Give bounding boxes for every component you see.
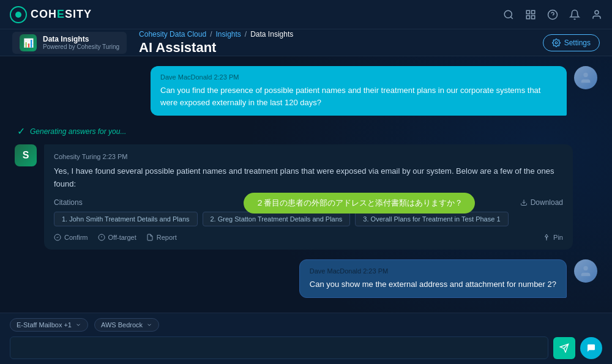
gear-icon — [552, 39, 561, 47]
user-message-2: Dave MacDonald 2:23 PM Can you show me t… — [64, 259, 597, 299]
chevron-down-icon-2 — [146, 322, 152, 328]
pin-button[interactable]: Pin — [543, 234, 563, 241]
user-meta-2: Dave MacDonald 2:23 PM — [310, 267, 556, 275]
check-icon: ✓ — [17, 125, 25, 137]
confirm-icon — [54, 234, 61, 241]
svg-rect-4 — [532, 10, 535, 13]
top-navigation: COHESITY — [0, 0, 612, 29]
page-title: AI Assistant — [139, 40, 293, 56]
svg-rect-6 — [532, 15, 535, 18]
source-label-2: AWS Bedrock — [101, 321, 143, 329]
generating-text: Generating answers for you... — [30, 127, 126, 136]
pin-icon — [543, 234, 550, 241]
action-row: Confirm Off-target Report Pin — [54, 234, 563, 241]
breadcrumb-sep2: / — [245, 30, 247, 39]
generating-row: ✓ Generating answers for you... — [15, 125, 597, 137]
source-select-2[interactable]: AWS Bedrock — [94, 318, 159, 332]
confirm-button[interactable]: Confirm — [54, 234, 88, 241]
svg-point-1 — [15, 12, 21, 18]
chat-input[interactable] — [10, 336, 548, 359]
user-text-2: Can you show me the external address and… — [310, 278, 556, 291]
chevron-down-icon-1 — [75, 322, 81, 328]
bell-icon[interactable] — [569, 9, 580, 20]
citation-1[interactable]: 1. John Smith Treatment Details and Plan… — [54, 212, 198, 226]
avatar-1 — [574, 66, 597, 89]
breadcrumb-sep1: / — [210, 30, 212, 39]
report-icon — [146, 234, 154, 241]
svg-point-11 — [583, 73, 588, 77]
breadcrumb: Cohesity Data Cloud / Insights / Data In… — [139, 30, 293, 39]
off-target-button[interactable]: Off-target — [98, 234, 136, 241]
citations-label: Citations — [54, 198, 83, 207]
download-icon — [520, 199, 528, 206]
avatar-2 — [574, 259, 597, 283]
user-text-1: Can you find the presence of possible pa… — [160, 84, 557, 108]
annotation-bubble: ２番目の患者の外部のアドレスと添付書類はありますか？ — [244, 193, 475, 214]
breadcrumb-bar: 📊 Data Insights Powered by Cohesity Turi… — [0, 29, 612, 56]
confirm-label: Confirm — [64, 234, 88, 241]
chat-bubble-icon — [586, 343, 596, 353]
data-insights-badge: 📊 Data Insights Powered by Cohesity Turi… — [12, 32, 127, 54]
svg-point-9 — [595, 10, 599, 14]
chat-bubble-button[interactable] — [580, 337, 602, 359]
user-bubble-1: Dave MacDonald 2:23 PM Can you find the … — [151, 66, 567, 116]
svg-point-2 — [504, 10, 512, 18]
breadcrumb-link-cloud[interactable]: Cohesity Data Cloud — [139, 30, 206, 39]
help-icon[interactable] — [547, 9, 558, 20]
settings-button[interactable]: Settings — [543, 34, 600, 51]
badge-subtitle: Powered by Cohesity Turing — [43, 43, 119, 50]
search-icon[interactable] — [503, 9, 514, 20]
svg-point-18 — [583, 266, 588, 270]
input-row — [10, 336, 602, 359]
badge-title: Data Insights — [43, 35, 119, 43]
ai-meta: Cohesity Turing 2:23 PM — [54, 153, 563, 160]
user-bubble-2: Dave MacDonald 2:23 PM Can you show me t… — [299, 259, 567, 299]
breadcrumb-link-insights[interactable]: Insights — [215, 30, 241, 39]
source-label-1: E-Staff Mailbox +1 — [17, 321, 72, 329]
source-select-1[interactable]: E-Staff Mailbox +1 — [10, 318, 88, 332]
svg-rect-3 — [526, 10, 529, 13]
user-message-2-container: ２番目の患者の外部のアドレスと添付書類はありますか？ Dave MacDonal… — [15, 259, 597, 299]
user-meta-1: Dave MacDonald 2:23 PM — [160, 73, 557, 81]
off-target-icon — [98, 234, 105, 241]
logo-text: COHESITY — [31, 8, 92, 21]
bottom-bar: E-Staff Mailbox +1 AWS Bedrock — [0, 313, 612, 364]
main-content: Dave MacDonald 2:23 PM Can you find the … — [0, 56, 612, 364]
badge-icon: 📊 — [20, 34, 37, 51]
svg-point-10 — [555, 42, 558, 44]
download-label: Download — [531, 198, 563, 207]
citations-list: 1. John Smith Treatment Details and Plan… — [54, 212, 563, 226]
ai-avatar: S — [15, 144, 37, 166]
grid-icon[interactable] — [525, 9, 536, 20]
settings-label: Settings — [564, 39, 591, 47]
logo: COHESITY — [10, 6, 92, 23]
report-button[interactable]: Report — [146, 234, 177, 241]
pin-label: Pin — [553, 234, 563, 241]
send-button[interactable] — [553, 337, 575, 359]
download-button[interactable]: Download — [520, 198, 563, 207]
off-target-label: Off-target — [108, 234, 136, 241]
breadcrumb-current: Data Insights — [250, 30, 293, 39]
source-selectors: E-Staff Mailbox +1 AWS Bedrock — [10, 318, 602, 332]
nav-icons — [503, 9, 602, 20]
user-icon[interactable] — [591, 9, 602, 20]
ai-text: Yes, I have found several possible patie… — [54, 165, 563, 191]
user-message-1: Dave MacDonald 2:23 PM Can you find the … — [64, 66, 597, 116]
svg-rect-5 — [526, 15, 529, 18]
report-label: Report — [157, 234, 177, 241]
citation-2[interactable]: 2. Greg Statton Treatment Details and Pl… — [203, 212, 351, 226]
citation-3[interactable]: 3. Overall Plans for Treatment in Test P… — [355, 212, 508, 226]
send-icon — [559, 343, 569, 353]
